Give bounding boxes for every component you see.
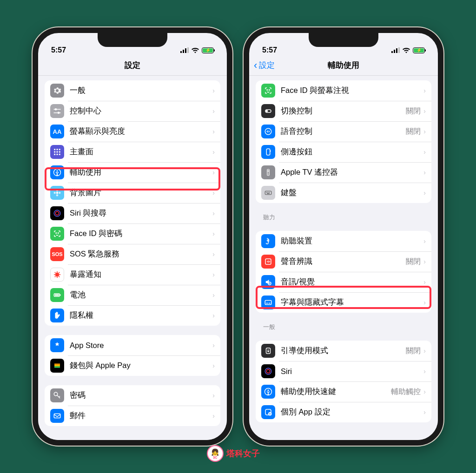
svg-point-57 [268, 171, 269, 172]
gear-icon [50, 84, 64, 98]
row-label: 隱私權 [70, 310, 212, 321]
svg-rect-39 [55, 295, 59, 296]
row-faceid-attention[interactable]: Face ID 與螢幕注視› [256, 80, 431, 101]
nav-back-button[interactable]: ‹ 設定 [254, 55, 275, 75]
flower-icon [50, 186, 64, 200]
row-per-app[interactable]: 個別 App 設定› [256, 402, 431, 422]
svg-point-27 [58, 233, 59, 234]
svg-point-74 [265, 368, 271, 374]
phone-right: 5:57 ⚡ ‹ 設定 輔助使用 Face ID 與螢幕注視›切換控制關閉›語音… [244, 27, 443, 446]
settings-list-left[interactable]: 一般›控制中心›AA螢幕顯示與亮度›主畫面›輔助使用›背景圖片›Siri 與搜尋… [38, 76, 227, 440]
chevron-right-icon: › [212, 312, 215, 319]
row-switch-control[interactable]: 切換控制關閉› [256, 101, 431, 121]
siri-icon [261, 364, 275, 378]
svg-rect-15 [57, 154, 58, 155]
svg-rect-40 [54, 364, 60, 365]
svg-point-75 [266, 369, 270, 373]
row-wallpaper[interactable]: 背景圖片› [45, 183, 220, 203]
svg-rect-11 [54, 151, 55, 153]
svg-point-30 [57, 277, 58, 278]
row-voice-control[interactable]: 語音控制關閉› [256, 121, 431, 142]
side-icon [261, 145, 275, 159]
row-hearing-devices[interactable]: 助聽裝置› [256, 231, 431, 251]
row-label: Apple TV 遙控器 [281, 167, 423, 177]
app-set-icon [261, 405, 275, 419]
chevron-right-icon: › [212, 342, 215, 349]
svg-rect-71 [269, 303, 271, 304]
row-audio-visual[interactable]: 音訊/視覺› [256, 272, 431, 292]
svg-rect-14 [54, 154, 55, 155]
row-home-screen[interactable]: 主畫面› [45, 142, 220, 162]
battery-icon: ⚡ [413, 47, 425, 53]
settings-group: Face ID 與螢幕注視›切換控制關閉›語音控制關閉›側邊按鈕›Apple T… [256, 80, 431, 203]
row-shortcut[interactable]: 輔助使用快速鍵輔助觸控› [256, 381, 431, 402]
svg-rect-13 [59, 151, 60, 153]
row-label: 一般 [70, 85, 212, 96]
status-time: 5:57 [262, 46, 277, 54]
status-bar: 5:57 ⚡ [249, 33, 438, 55]
row-mail[interactable]: 郵件› [45, 406, 220, 426]
svg-rect-48 [398, 47, 400, 53]
chevron-right-icon: › [423, 237, 426, 245]
row-side-button[interactable]: 側邊按鈕› [256, 142, 431, 162]
settings-group: 助聽裝置›聲音辨識關閉›音訊/視覺›字幕與隱藏式字幕› [256, 231, 431, 313]
hand-icon [50, 309, 64, 322]
svg-rect-0 [180, 51, 182, 53]
row-siri-a11y[interactable]: Siri› [256, 361, 431, 381]
chevron-right-icon: › [212, 291, 215, 299]
svg-rect-44 [54, 414, 60, 418]
svg-point-77 [268, 390, 269, 391]
nav-back-label: 設定 [259, 60, 275, 71]
svg-point-18 [57, 171, 58, 172]
sound-icon [261, 255, 275, 269]
row-apple-tv-remote[interactable]: Apple TV 遙控器› [256, 162, 431, 183]
chevron-right-icon: › [212, 392, 215, 399]
chevron-right-icon: › [423, 278, 426, 286]
svg-point-49 [267, 90, 268, 91]
settings-group: App Store›錢包與 Apple Pay› [45, 335, 220, 376]
row-app-store[interactable]: App Store› [45, 335, 220, 355]
row-siri[interactable]: Siri 與搜尋› [45, 203, 220, 223]
row-value: 關閉 [406, 346, 421, 356]
faceid-icon [261, 84, 275, 98]
row-faceid[interactable]: Face ID 與密碼› [45, 223, 220, 244]
settings-group: 引導使用模式關閉›Siri›輔助使用快速鍵輔助觸控›個別 App 設定› [256, 341, 431, 422]
row-battery[interactable]: 電池› [45, 285, 220, 305]
switch-icon [261, 104, 275, 118]
row-label: 鍵盤 [281, 188, 423, 198]
row-display[interactable]: AA螢幕顯示與亮度› [45, 121, 220, 142]
row-guided-access[interactable]: 引導使用模式關閉› [256, 341, 431, 361]
row-general[interactable]: 一般› [45, 80, 220, 101]
row-privacy[interactable]: 隱私權› [45, 305, 220, 326]
settings-list-right[interactable]: Face ID 與螢幕注視›切換控制關閉›語音控制關閉›側邊按鈕›Apple T… [249, 76, 438, 440]
faceid-icon [50, 227, 64, 241]
signal-icon [391, 46, 400, 54]
row-sos[interactable]: SOSSOS 緊急服務› [45, 244, 220, 264]
row-label: 語音控制 [281, 126, 406, 137]
chevron-right-icon: › [423, 107, 426, 115]
chevron-right-icon: › [212, 128, 215, 135]
sliders-icon [50, 104, 64, 118]
svg-point-33 [54, 272, 55, 273]
nav-title: 輔助使用 [328, 60, 359, 71]
row-label: 電池 [70, 290, 212, 300]
svg-point-22 [54, 192, 56, 194]
row-keyboards[interactable]: 鍵盤› [256, 183, 431, 203]
nav-title: 設定 [125, 60, 140, 71]
row-control-center[interactable]: 控制中心› [45, 101, 220, 121]
row-wallet[interactable]: 錢包與 Apple Pay› [45, 355, 220, 376]
row-accessibility[interactable]: 輔助使用› [45, 162, 220, 183]
row-passwords[interactable]: 密碼› [45, 385, 220, 406]
row-sound-recog[interactable]: 聲音辨識關閉› [256, 251, 431, 272]
row-subtitles[interactable]: 字幕與隱藏式字幕› [256, 292, 431, 313]
nav-bar: ‹ 設定 輔助使用 [249, 55, 438, 76]
row-value: 輔助觸控 [391, 387, 421, 397]
svg-point-31 [54, 274, 55, 275]
svg-point-25 [55, 211, 59, 215]
chevron-left-icon: ‹ [254, 59, 257, 72]
row-label: 主畫面 [70, 147, 212, 157]
row-label: 郵件 [70, 411, 212, 421]
chevron-right-icon: › [212, 250, 215, 258]
row-exposure[interactable]: 暴露通知› [45, 264, 220, 285]
chevron-right-icon: › [423, 87, 426, 94]
